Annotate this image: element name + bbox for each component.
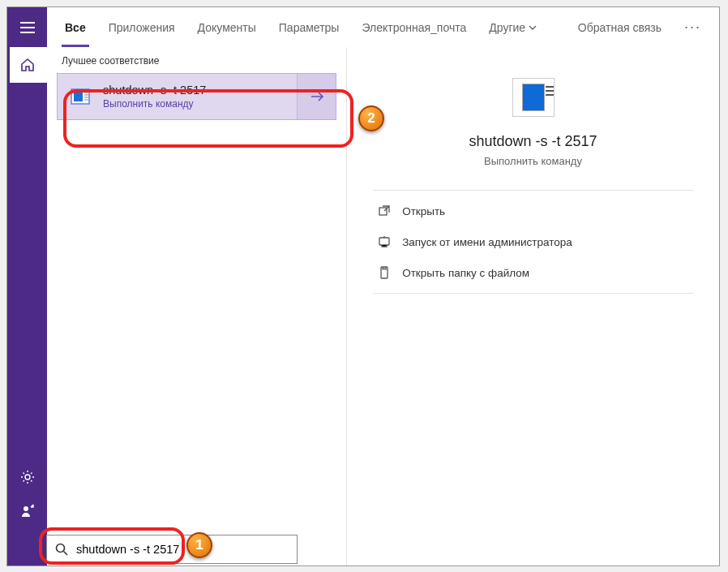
- search-icon: [55, 543, 68, 556]
- tab-params[interactable]: Параметры: [268, 7, 351, 47]
- svg-rect-4: [379, 208, 387, 215]
- result-title: shutdown -s -t 2517: [103, 84, 297, 97]
- command-icon: [58, 85, 103, 108]
- gear-icon: [20, 470, 35, 484]
- detail-subtitle: Выполнить команду: [484, 155, 582, 167]
- tab-email[interactable]: Электронная_почта: [350, 7, 477, 47]
- section-best-match: Лучшее соответствие: [47, 52, 346, 73]
- tab-docs[interactable]: Документы: [186, 7, 268, 47]
- more-button[interactable]: ···: [673, 19, 713, 36]
- arrow-right-icon: [310, 91, 324, 102]
- tab-apps[interactable]: Приложения: [97, 7, 186, 47]
- folder-icon: [378, 266, 391, 279]
- tab-other[interactable]: Другие: [477, 7, 548, 47]
- home-icon: [20, 58, 35, 72]
- svg-point-7: [57, 544, 65, 553]
- account-button[interactable]: [7, 494, 47, 528]
- chevron-down-icon: [529, 25, 537, 30]
- detail-preview-icon: [512, 78, 555, 117]
- annotation-badge-1: 1: [186, 532, 212, 558]
- tab-all[interactable]: Все: [54, 7, 97, 47]
- expand-arrow-button[interactable]: [297, 74, 336, 119]
- search-input[interactable]: [76, 543, 289, 556]
- action-run-admin[interactable]: Запуск от имени администратора: [373, 226, 693, 257]
- hamburger-button[interactable]: [7, 7, 47, 47]
- person-icon: [20, 504, 35, 518]
- settings-button[interactable]: [7, 460, 47, 494]
- detail-actions: Открыть Запуск от имени администратора О…: [373, 190, 693, 294]
- feedback-link[interactable]: Обратная связь: [567, 21, 673, 34]
- action-open-label: Открыть: [402, 205, 445, 217]
- best-match-result[interactable]: shutdown -s -t 2517 Выполнить команду: [57, 73, 336, 120]
- results-pane: Лучшее соответствие shutdown -s -t 2517 …: [47, 47, 347, 566]
- taskbar: [6, 531, 720, 567]
- action-run-admin-label: Запуск от имени администратора: [402, 236, 572, 248]
- sidebar-rail: [7, 7, 47, 566]
- svg-point-1: [24, 506, 28, 511]
- action-open-folder[interactable]: Открыть папку с файлом: [373, 257, 693, 288]
- svg-rect-3: [74, 92, 83, 101]
- action-open[interactable]: Открыть: [373, 196, 693, 226]
- filter-tabs: Все Приложения Документы Параметры Элект…: [47, 7, 719, 47]
- svg-point-0: [25, 475, 30, 480]
- detail-pane: shutdown -s -t 2517 Выполнить команду От…: [347, 47, 719, 566]
- detail-title: shutdown -s -t 2517: [469, 133, 597, 150]
- svg-rect-5: [379, 238, 389, 245]
- home-tab[interactable]: [7, 47, 47, 83]
- annotation-badge-2: 2: [358, 105, 384, 131]
- shield-icon: [378, 235, 391, 248]
- open-icon: [378, 204, 391, 217]
- action-open-folder-label: Открыть папку с файлом: [402, 267, 529, 279]
- search-box[interactable]: [46, 535, 298, 564]
- result-subtitle: Выполнить команду: [103, 98, 297, 110]
